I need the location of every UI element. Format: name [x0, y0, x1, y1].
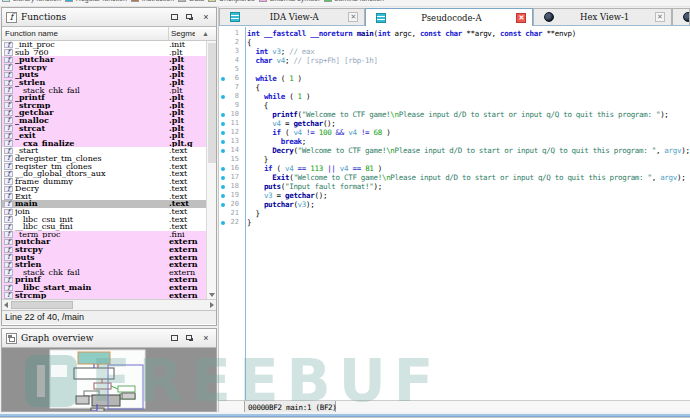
function-row[interactable]: f_strlen.plt [2, 79, 216, 87]
code-line[interactable]: 14 Decry("Welcome to CTF game!\nPlease i… [219, 146, 690, 155]
function-row[interactable]: fstrcpyextern [2, 246, 216, 254]
function-row[interactable]: f_term_proc.fini [2, 231, 216, 239]
function-row[interactable]: fsub_760.plt [2, 49, 216, 57]
code-text: { [241, 83, 260, 92]
function-row[interactable]: fDecry.text [2, 185, 216, 193]
function-row[interactable]: f_putchar.plt [2, 56, 216, 64]
function-row[interactable]: f__stack_chk_failextern [2, 269, 216, 277]
function-row[interactable]: f__libc_start_mainextern [2, 284, 216, 292]
function-row[interactable]: f_malloc.plt [2, 117, 216, 125]
code-line[interactable]: 1int __fastcall __noreturn main(int argc… [219, 29, 690, 38]
function-name: _exit [15, 132, 169, 140]
functions-vertical-scrollbar[interactable] [206, 41, 216, 299]
scroll-right-icon[interactable] [210, 302, 214, 308]
scroll-down-icon[interactable] [209, 293, 215, 297]
tab-partial[interactable] [672, 8, 690, 25]
function-row[interactable]: f_strcat.plt [2, 125, 216, 133]
code-line[interactable]: 15 } [219, 155, 690, 164]
hscrollbar-thumb[interactable] [11, 301, 73, 309]
maximize-icon[interactable] [168, 332, 180, 344]
function-row[interactable]: f_strcpy.plt [2, 64, 216, 72]
function-row[interactable]: f__libc_csu_init.text [2, 216, 216, 224]
function-row[interactable]: fputcharextern [2, 238, 216, 246]
function-icon: f [4, 140, 13, 147]
functions-list-header[interactable]: Function name Segme ▲ [2, 27, 216, 41]
function-row[interactable]: fregister_tm_clones.text [2, 163, 216, 171]
scroll-up-icon[interactable]: ▲ [195, 27, 216, 40]
dock-icon[interactable] [184, 11, 196, 23]
code-line[interactable]: 5 [219, 65, 690, 74]
function-row[interactable]: fstrlenextern [2, 261, 216, 269]
function-name: _strcpy [15, 64, 169, 72]
code-line[interactable]: 18 puts("Input fault format!"); [219, 182, 690, 191]
tab-pseudocode-a[interactable]: Pseudocode-A ✕ [365, 8, 533, 26]
function-row[interactable]: fputsextern [2, 254, 216, 262]
maximize-icon[interactable] [168, 11, 180, 23]
function-segment: .text [169, 170, 199, 178]
code-line[interactable]: 11 v4 = getchar(); [219, 119, 690, 128]
function-name: Decry [15, 185, 169, 193]
functions-panel-titlebar[interactable]: f Functions × [2, 8, 216, 27]
function-row[interactable]: f_exit.plt [2, 132, 216, 140]
function-row[interactable]: fmain.text [2, 200, 216, 208]
line-number: 7 [227, 83, 241, 92]
tab-hex-view-1[interactable]: Hex View-1 ✕ [533, 8, 672, 25]
pseudocode-view[interactable]: 1int __fastcall __noreturn main(int argc… [219, 27, 690, 400]
tab-ida-view-a[interactable]: IDA View-A ✕ [219, 8, 365, 25]
code-line[interactable]: 8 while ( 1 ) [219, 92, 690, 101]
legend-color-swatch [259, 0, 267, 2]
function-row[interactable]: f__do_global_dtors_aux.text [2, 170, 216, 178]
code-line[interactable]: 19 v3 = getchar(); [219, 191, 690, 200]
function-row[interactable]: fprintfextern [2, 276, 216, 284]
graph-minimap[interactable] [2, 348, 216, 411]
line-number: 4 [227, 56, 241, 65]
code-text: } [241, 155, 268, 164]
code-line[interactable]: 9 { [219, 101, 690, 110]
column-segment[interactable]: Segme [169, 27, 195, 40]
legend-label: Lumina function [335, 0, 384, 2]
close-icon[interactable]: ✕ [348, 12, 358, 22]
function-row[interactable]: fstrcmpextern [2, 292, 216, 299]
function-name: _start [15, 147, 169, 155]
code-line[interactable]: 16 if ( v4 == 113 || v4 == 81 ) [219, 164, 690, 173]
code-line[interactable]: 3 int v3; // eax [219, 47, 690, 56]
function-row[interactable]: f_strcmp.plt [2, 102, 216, 110]
function-row[interactable]: f__cxa_finalize.plt.g [2, 140, 216, 148]
close-icon[interactable]: ✕ [655, 12, 665, 22]
function-name: _strlen [15, 79, 169, 87]
code-line[interactable]: 21 } [219, 209, 690, 218]
graph-minimap-drawing [2, 348, 216, 411]
function-row[interactable]: fExit.text [2, 193, 216, 201]
dock-icon[interactable] [184, 332, 196, 344]
function-row[interactable]: f_start.text [2, 147, 216, 155]
code-line[interactable]: 22} [219, 218, 690, 227]
code-line[interactable]: 6 while ( 1 ) [219, 74, 690, 83]
scroll-left-icon[interactable] [4, 302, 8, 308]
function-row[interactable]: fderegister_tm_clones.text [2, 155, 216, 163]
code-line[interactable]: 10 printf("Welcome to CTF game!\nPlease … [219, 110, 690, 119]
functions-horizontal-scrollbar[interactable] [2, 299, 216, 310]
function-row[interactable]: fjoin.text [2, 208, 216, 216]
function-row[interactable]: f_printf.plt [2, 94, 216, 102]
function-row[interactable]: f__libc_csu_fini.text [2, 223, 216, 231]
function-row[interactable]: fframe_dummy.text [2, 178, 216, 186]
code-line[interactable]: 12 if ( v4 != 100 && v4 != 68 ) [219, 128, 690, 137]
code-line[interactable]: 13 break; [219, 137, 690, 146]
view-area: IDA View-A ✕ Pseudocode-A ✕ Hex View-1 ✕… [218, 7, 690, 412]
close-icon[interactable]: × [200, 11, 212, 23]
function-row[interactable]: f_init_proc.init [2, 41, 216, 49]
close-icon[interactable]: × [200, 332, 212, 344]
code-line[interactable]: 20 putchar(v3); [219, 200, 690, 209]
code-line[interactable]: 17 Exit("Welcome to CTF game!\nPlease in… [219, 173, 690, 182]
function-row[interactable]: f_puts.plt [2, 71, 216, 79]
code-line[interactable]: 2{ [219, 38, 690, 47]
code-line[interactable]: 7 { [219, 83, 690, 92]
code-line[interactable]: 4 char v4; // [rsp+Fh] [rbp-1h] [219, 56, 690, 65]
scrollbar-thumb[interactable] [208, 43, 216, 163]
function-row[interactable]: f_getchar.plt [2, 109, 216, 117]
function-row[interactable]: f__stack_chk_fail.plt [2, 87, 216, 95]
column-function-name[interactable]: Function name [2, 27, 169, 40]
legend-label: Data [189, 0, 204, 2]
close-icon[interactable]: ✕ [516, 13, 526, 23]
graph-overview-titlebar[interactable]: Graph overview × [2, 329, 216, 348]
